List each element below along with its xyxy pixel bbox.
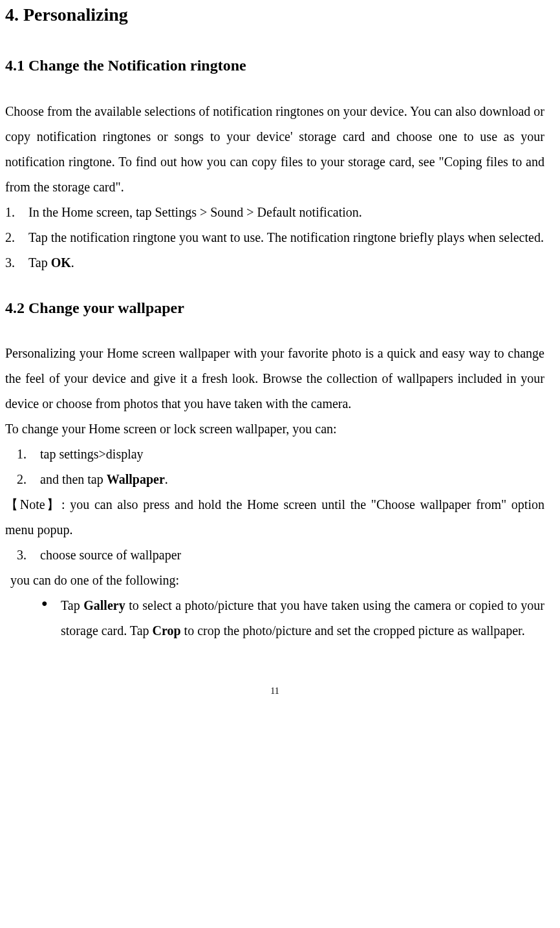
list-item: ● Tap Gallery to select a photo/picture … <box>41 593 544 643</box>
step-number: 1. <box>17 442 40 467</box>
section-4-2-steps-a: 1. tap settings>display 2. and then tap … <box>5 442 544 492</box>
list-item: 3. Tap OK. <box>5 250 544 275</box>
heading-chapter: 4. Personalizing <box>5 3 544 27</box>
section-4-1-intro: Choose from the available selections of … <box>5 99 544 200</box>
page-number: 11 <box>5 682 544 700</box>
list-item: 2. and then tap Wallpaper. <box>17 467 544 492</box>
text-post: to crop the photo/picture and set the cr… <box>181 623 525 638</box>
section-4-2-bullets: ● Tap Gallery to select a photo/picture … <box>5 593 544 643</box>
bullet-icon: ● <box>41 593 61 643</box>
step-number: 2. <box>5 225 28 250</box>
step-text: choose source of wallpaper <box>40 543 544 568</box>
step-text: and then tap Wallpaper. <box>40 467 544 492</box>
section-4-2-steps-b: 3. choose source of wallpaper <box>5 543 544 568</box>
text-bold-ok: OK <box>51 255 71 270</box>
heading-section-4-2: 4.2 Change your wallpaper <box>5 298 544 318</box>
step-number: 3. <box>17 543 40 568</box>
list-item: 1. In the Home screen, tap Settings > So… <box>5 200 544 225</box>
text-prefix: Tap <box>28 255 51 270</box>
text-prefix: Tap <box>61 598 83 612</box>
step-number: 1. <box>5 200 28 225</box>
text-suffix: . <box>165 472 168 486</box>
section-4-2-intro: Personalizing your Home screen wallpaper… <box>5 341 544 416</box>
text-bold-gallery: Gallery <box>83 598 125 612</box>
step-text: Tap OK. <box>28 250 544 275</box>
section-4-2-lead: To change your Home screen or lock scree… <box>5 416 544 442</box>
step-text: Tap the notification ringtone you want t… <box>28 225 544 250</box>
step-number: 3. <box>5 250 28 275</box>
section-4-2-sublead: you can do one of the following: <box>5 568 544 593</box>
section-4-2-note: 【Note】: you can also press and hold the … <box>5 492 544 543</box>
list-item: 1. tap settings>display <box>17 442 544 467</box>
list-item: 2. Tap the notification ringtone you wan… <box>5 225 544 250</box>
section-4-1-steps: 1. In the Home screen, tap Settings > So… <box>5 200 544 275</box>
text-bold-wallpaper: Wallpaper <box>107 472 165 486</box>
step-text: tap settings>display <box>40 442 544 467</box>
step-text: In the Home screen, tap Settings > Sound… <box>28 200 544 225</box>
text-suffix: . <box>71 255 74 270</box>
text-prefix: and then tap <box>40 472 107 486</box>
list-item: 3. choose source of wallpaper <box>17 543 544 568</box>
bullet-text: Tap Gallery to select a photo/picture th… <box>61 593 544 643</box>
step-number: 2. <box>17 467 40 492</box>
heading-section-4-1: 4.1 Change the Notification ringtone <box>5 56 544 76</box>
text-bold-crop: Crop <box>153 623 181 638</box>
